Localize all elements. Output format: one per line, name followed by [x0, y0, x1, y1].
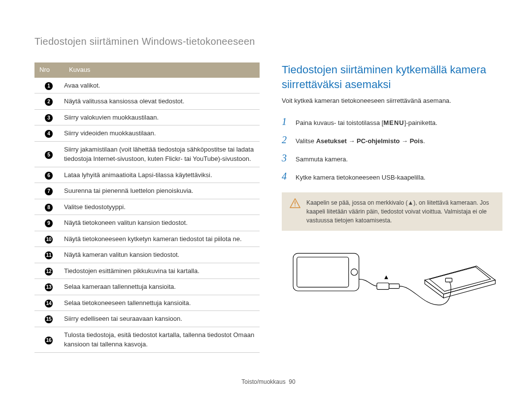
row-description-cell: Siirry jakamistilaan (voit lähettää tied…: [64, 141, 260, 167]
table-row: 10Näytä tietokoneeseen kytketyn kameran …: [34, 231, 260, 247]
table-row: 15Siirry edelliseen tai seuraavaan kansi…: [34, 311, 260, 327]
row-description-cell: Siirry edelliseen tai seuraavaan kansioo…: [64, 311, 260, 327]
step-2: 2 Valitse AsetuksetPC-ohjelmistoPois.: [282, 133, 502, 147]
number-circle-icon: 15: [45, 315, 53, 323]
step2-tail: .: [423, 137, 425, 145]
table-row: 6Lataa lyhyitä animaatioita Lapsi-tilass…: [34, 167, 260, 183]
usb-connection-figure: [282, 242, 502, 320]
number-circle-icon: 16: [45, 337, 53, 344]
step-text: Valitse AsetuksetPC-ohjelmistoPois.: [296, 137, 425, 146]
step1-post: ]-painiketta.: [404, 119, 437, 126]
footer-page-number: 90: [289, 378, 295, 385]
table-row: 4Siirry videoiden muokkaustilaan.: [34, 125, 260, 142]
row-number-cell: 8: [34, 199, 64, 215]
row-number-cell: 6: [34, 167, 64, 183]
number-circle-icon: 14: [45, 300, 53, 308]
row-number-cell: 16: [34, 327, 64, 352]
table-row: 1Avaa valikot.: [34, 78, 260, 93]
number-circle-icon: 9: [45, 219, 53, 227]
number-circle-icon: 11: [45, 251, 53, 259]
row-number-cell: 13: [34, 279, 64, 295]
description-table: Nro Kuvaus 1Avaa valikot.2Näytä valituss…: [34, 62, 260, 353]
warning-text: Kaapelin se pää, jossa on merkkivalo (▲)…: [306, 198, 495, 225]
svg-point-4: [351, 269, 358, 276]
row-description-cell: Siirry valokuvien muokkaustilaan.: [64, 109, 260, 125]
number-circle-icon: 4: [45, 130, 53, 138]
step-number: 1: [282, 115, 291, 129]
table-row: 16Tulosta tiedostoja, esitä tiedostot ka…: [34, 327, 260, 352]
step-text: Kytke kamera tietokoneeseen USB-kaapelil…: [296, 173, 426, 183]
svg-rect-7: [446, 278, 452, 282]
row-number-cell: 2: [34, 93, 64, 110]
warning-note: Kaapelin se pää, jossa on merkkivalo (▲)…: [282, 192, 502, 231]
step1-pre: Paina kuvaus- tai toistotilassa [: [296, 119, 383, 126]
row-number-cell: 4: [34, 125, 64, 142]
number-circle-icon: 3: [45, 114, 53, 122]
row-number-cell: 15: [34, 311, 64, 327]
number-circle-icon: 2: [45, 98, 53, 106]
page-header: Tiedostojen siirtäminen Windows-tietokon…: [34, 34, 502, 49]
step2-bold2: PC-ohjelmisto: [357, 137, 399, 145]
section-intro: Voit kytkeä kameran tietokoneeseen siirr…: [282, 96, 502, 106]
row-number-cell: 11: [34, 247, 64, 263]
table-row: 5Siirry jakamistilaan (voit lähettää tie…: [34, 141, 260, 167]
row-number-cell: 7: [34, 183, 64, 199]
number-circle-icon: 8: [45, 204, 53, 212]
step-number: 3: [282, 151, 291, 165]
row-number-cell: 9: [34, 215, 64, 231]
svg-rect-3: [297, 257, 349, 287]
menu-button-label: MENU: [383, 119, 404, 126]
table-row: 9Näytä tietokoneen valitun kansion tiedo…: [34, 215, 260, 231]
row-description-cell: Avaa valikot.: [64, 78, 260, 93]
step2-bold1: Asetukset: [316, 137, 347, 145]
col-header-number: Nro: [34, 62, 64, 78]
number-circle-icon: 6: [45, 172, 53, 180]
step-text: Sammuta kamera.: [296, 155, 348, 164]
step-text: Paina kuvaus- tai toistotilassa [MENU]-p…: [296, 119, 437, 128]
row-description-cell: Tiedostojen esittäminen pikkukuvina tai …: [64, 263, 260, 279]
table-row: 2Näytä valitussa kansiossa olevat tiedos…: [34, 93, 260, 110]
row-number-cell: 14: [34, 295, 64, 311]
table-row: 8Valitse tiedostotyyppi.: [34, 199, 260, 215]
step-3: 3 Sammuta kamera.: [282, 151, 502, 165]
row-number-cell: 1: [34, 78, 64, 93]
table-row: 14Selaa tietokoneeseen tallennettuja kan…: [34, 295, 260, 311]
number-circle-icon: 5: [45, 151, 53, 159]
number-circle-icon: 13: [45, 283, 53, 291]
number-circle-icon: 10: [45, 236, 53, 244]
row-description-cell: Näytä valitussa kansiossa olevat tiedost…: [64, 93, 260, 110]
footer-section: Toisto/muokkaus: [241, 378, 285, 385]
right-column: Tiedostojen siirtäminen kytkemällä kamer…: [282, 62, 502, 375]
row-description-cell: Tulosta tiedostoja, esitä tiedostot kart…: [64, 327, 260, 352]
row-description-cell: Näytä tietokoneen valitun kansion tiedos…: [64, 215, 260, 231]
row-description-cell: Näytä kameran valitun kansion tiedostot.: [64, 247, 260, 263]
step-number: 4: [282, 169, 291, 184]
table-row: 13Selaa kameraan tallennettuja kansioita…: [34, 279, 260, 295]
row-description-cell: Selaa kameraan tallennettuja kansioita.: [64, 279, 260, 295]
row-number-cell: 12: [34, 263, 64, 279]
table-row: 12Tiedostojen esittäminen pikkukuvina ta…: [34, 263, 260, 279]
table-row: 3Siirry valokuvien muokkaustilaan.: [34, 109, 260, 125]
table-row: 11Näytä kameran valitun kansion tiedosto…: [34, 247, 260, 263]
row-description-cell: Näytä tietokoneeseen kytketyn kameran ti…: [64, 231, 260, 247]
svg-rect-5: [377, 283, 389, 289]
row-description-cell: Selaa tietokoneeseen tallennettuja kansi…: [64, 295, 260, 311]
step-number: 2: [282, 133, 291, 147]
svg-rect-6: [389, 284, 399, 289]
page-footer: Toisto/muokkaus 90: [34, 378, 502, 386]
step2-bold3: Pois: [410, 137, 423, 145]
row-number-cell: 5: [34, 141, 64, 167]
section-title: Tiedostojen siirtäminen kytkemällä kamer…: [282, 62, 502, 92]
step-1: 1 Paina kuvaus- tai toistotilassa [MENU]…: [282, 115, 502, 129]
row-number-cell: 10: [34, 231, 64, 247]
number-circle-icon: 12: [45, 268, 53, 276]
row-number-cell: 3: [34, 109, 64, 125]
svg-rect-1: [295, 206, 296, 207]
number-circle-icon: 7: [45, 187, 53, 195]
warning-icon: [290, 198, 300, 208]
step-4: 4 Kytke kamera tietokoneeseen USB-kaapel…: [282, 169, 502, 184]
row-description-cell: Lataa lyhyitä animaatioita Lapsi-tilassa…: [64, 167, 260, 183]
left-column: Nro Kuvaus 1Avaa valikot.2Näytä valituss…: [34, 62, 260, 375]
svg-rect-0: [295, 202, 296, 205]
row-description-cell: Valitse tiedostotyyppi.: [64, 199, 260, 215]
